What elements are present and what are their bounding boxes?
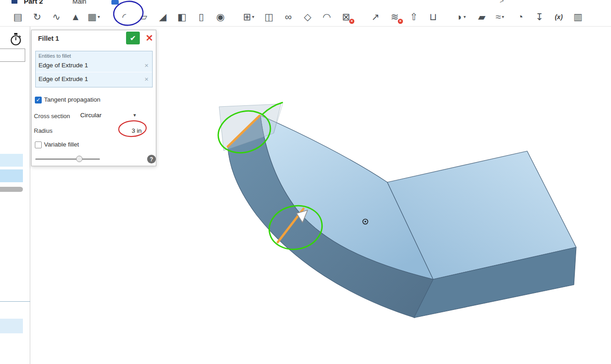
- remove-entity-icon[interactable]: ×: [144, 61, 149, 69]
- fill-surface-icon[interactable]: ⊔: [424, 8, 443, 26]
- tangent-propagation-checkbox[interactable]: ✓: [35, 97, 42, 103]
- export-icon-glyph: ▥: [573, 12, 583, 22]
- split-icon-glyph: ◇: [304, 12, 311, 22]
- caret-down-icon[interactable]: ▾: [463, 14, 468, 19]
- variables-icon-glyph: (x): [555, 14, 562, 20]
- draft-icon[interactable]: ◢: [153, 8, 172, 26]
- title-bar: Part 2 Main >: [0, 0, 611, 7]
- toolbar-overflow-chevron-icon[interactable]: >: [500, 0, 504, 5]
- help-icon[interactable]: ?: [147, 155, 156, 163]
- plane-icon[interactable]: ▰: [472, 8, 491, 26]
- loft-icon[interactable]: ▲: [66, 8, 85, 26]
- move-face-icon[interactable]: ↗: [366, 8, 385, 26]
- modify-fillet-icon-glyph: ◠: [323, 12, 331, 22]
- cross-section-label: Cross section: [34, 113, 70, 120]
- plane-icon-glyph: ▰: [478, 12, 485, 22]
- delete-face-icon-glyph: ⊠: [342, 12, 350, 22]
- chamfer-icon-glyph: ▱: [140, 12, 147, 22]
- boolean-icon[interactable]: ∞: [279, 8, 298, 26]
- sweep-icon[interactable]: ∿: [47, 8, 66, 26]
- radius-label: Radius: [34, 127, 52, 134]
- linear-pattern-icon[interactable]: ⊞▾: [240, 8, 259, 26]
- feature-list-row-selected[interactable]: [0, 169, 23, 182]
- insert-derived-icon[interactable]: ▤: [8, 8, 28, 26]
- workspace-tab[interactable]: Main: [72, 0, 86, 5]
- linear-pattern-icon-glyph: ⊞: [243, 12, 251, 22]
- thicken-icon-glyph: ▦: [88, 12, 97, 22]
- boolean-icon-glyph: ∞: [285, 12, 292, 22]
- cross-section-dropdown[interactable]: Circular: [80, 112, 102, 119]
- loft-icon-glyph: ▲: [71, 12, 81, 22]
- fillet-icon-glyph: ◜: [122, 12, 126, 22]
- parts-list-row[interactable]: [0, 319, 23, 333]
- dialog-title: Fillet 1: [38, 35, 59, 42]
- rollback-bar-handle[interactable]: [0, 187, 23, 192]
- variable-fillet-label: Variable fillet: [44, 141, 79, 148]
- feature-list-row[interactable]: [0, 154, 23, 167]
- spiral-curve-icon[interactable]: ◔: [511, 8, 530, 26]
- feature-filter-input[interactable]: [0, 49, 25, 62]
- sweep-icon-glyph: ∿: [52, 12, 61, 22]
- entity-row[interactable]: Edge of Extrude 1 ×: [36, 72, 152, 85]
- shell-icon-glyph: ▯: [198, 12, 204, 22]
- entity-name: Edge of Extrude 1: [39, 76, 88, 82]
- helix-icon[interactable]: ≈▾: [491, 8, 511, 26]
- split-icon[interactable]: ◇: [298, 8, 317, 26]
- entities-label: Entities to fillet: [36, 51, 152, 59]
- chevron-down-icon[interactable]: ▾: [133, 112, 136, 118]
- offset-surface-icon-glyph: ≋: [391, 12, 399, 22]
- parts-list-divider: [0, 301, 30, 302]
- boundary-surface-icon[interactable]: ⇧: [404, 8, 424, 26]
- radius-input[interactable]: 3 in: [114, 127, 142, 134]
- fillet-slider-handle[interactable]: [76, 156, 83, 162]
- fill-surface-icon-glyph: ⊔: [429, 12, 437, 22]
- caret-down-icon[interactable]: ▾: [252, 14, 257, 19]
- feature-list-sidebar: [0, 27, 30, 364]
- badge-x-icon: ×: [398, 19, 403, 24]
- confirm-checkmark-button[interactable]: ✔: [126, 32, 140, 44]
- variables-icon[interactable]: (x): [549, 8, 568, 26]
- entity-row[interactable]: Edge of Extrude 1 ×: [36, 59, 152, 72]
- fillet-dialog: Fillet 1 ✔ ✕ Entities to fillet Edge of …: [31, 30, 156, 166]
- import-curve-icon[interactable]: ↧: [530, 8, 549, 26]
- spiral-curve-icon-glyph: ◔: [517, 12, 523, 22]
- insert-derived-icon-glyph: ▤: [13, 12, 22, 22]
- fillet-size-slider-track[interactable]: [35, 158, 100, 160]
- modify-fillet-icon[interactable]: ◠: [317, 8, 336, 26]
- cancel-x-button[interactable]: ✕: [144, 33, 154, 43]
- share-chip-icon[interactable]: [111, 0, 119, 5]
- entity-name: Edge of Extrude 1: [39, 62, 88, 69]
- caret-down-icon[interactable]: ▾: [98, 14, 102, 19]
- revolve-icon[interactable]: ↻: [28, 8, 47, 26]
- tangent-propagation-label: Tangent propagation: [44, 96, 100, 103]
- delete-face-icon[interactable]: ⊠×: [336, 8, 356, 26]
- surface-tools-icon-glyph: ◗: [457, 12, 463, 22]
- entities-to-fillet-box[interactable]: Entities to fillet Edge of Extrude 1 × E…: [35, 51, 153, 87]
- hole-icon-glyph: ◉: [216, 12, 225, 22]
- import-curve-icon-glyph: ↧: [535, 12, 544, 22]
- surface-tools-icon[interactable]: ◗▾: [453, 8, 472, 26]
- helix-icon-glyph: ≈: [495, 12, 501, 22]
- thicken-icon[interactable]: ▦▾: [85, 8, 105, 26]
- fillet-icon[interactable]: ◜: [115, 8, 134, 26]
- history-stopwatch-icon[interactable]: [10, 33, 22, 46]
- offset-surface-icon[interactable]: ≋×: [385, 8, 404, 26]
- variable-fillet-checkbox[interactable]: [35, 141, 42, 148]
- revolve-icon-glyph: ↻: [33, 12, 41, 22]
- caret-down-icon[interactable]: ▾: [502, 14, 506, 19]
- shell-icon[interactable]: ▯: [192, 8, 211, 26]
- export-icon[interactable]: ▥: [568, 8, 588, 26]
- feature-toolbar: ▤↻∿▲▦▾◜▱◢◧▯◉⊞▾◫∞◇◠⊠×↗≋×⇧⊔◗▾▰≈▾◔↧(x)▥: [0, 7, 611, 27]
- hole-icon[interactable]: ◉: [211, 8, 230, 26]
- remove-entity-icon[interactable]: ×: [144, 75, 149, 83]
- mirror-icon[interactable]: ◫: [259, 8, 279, 26]
- app-logo-fragment-icon: [11, 0, 17, 4]
- move-face-icon-glyph: ↗: [371, 12, 380, 22]
- boundary-surface-icon-glyph: ⇧: [410, 12, 418, 22]
- draft-icon-glyph: ◢: [159, 12, 166, 22]
- document-title: Part 2: [24, 0, 43, 5]
- badge-x-icon: ×: [349, 19, 354, 24]
- rib-icon-glyph: ◧: [177, 12, 187, 22]
- rib-icon[interactable]: ◧: [172, 8, 192, 26]
- chamfer-icon[interactable]: ▱: [134, 8, 153, 26]
